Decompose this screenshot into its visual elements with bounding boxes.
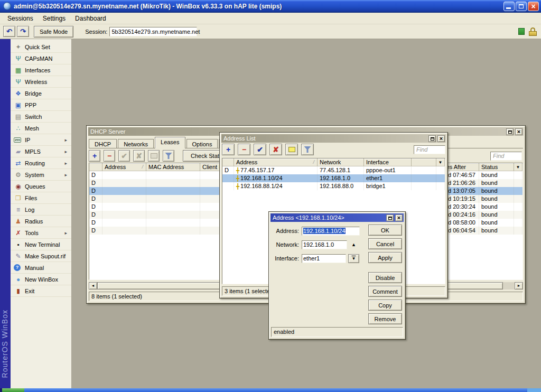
enable-button[interactable]: ✔ bbox=[118, 150, 130, 162]
interface-cell: ether1 bbox=[364, 174, 412, 182]
sidebar-item-label: System bbox=[23, 172, 44, 178]
network-column-header[interactable]: Network bbox=[318, 158, 364, 166]
tab-options[interactable]: Options bbox=[186, 139, 218, 148]
filter-button[interactable] bbox=[163, 150, 174, 162]
scroll-left-button[interactable]: ◄ bbox=[89, 282, 97, 290]
address-column-header[interactable]: Address/ bbox=[102, 163, 146, 171]
ok-button[interactable]: OK bbox=[368, 225, 402, 236]
dialog-maximize-button[interactable] bbox=[386, 214, 394, 221]
network-field-label: Network: bbox=[271, 241, 302, 248]
sidebar-item-system[interactable]: ⚙System▸ bbox=[11, 169, 71, 181]
enable-button[interactable]: ✔ bbox=[254, 144, 266, 155]
tab-dhcp[interactable]: DHCP bbox=[89, 139, 117, 148]
address-dialog-titlebar[interactable]: Address <192.168.1.10/24> × bbox=[270, 213, 404, 222]
submenu-arrow-icon: ▸ bbox=[64, 161, 67, 166]
add-icon: + bbox=[226, 146, 230, 153]
remove-button[interactable]: Remove bbox=[368, 313, 402, 324]
menu-item-dashboard[interactable]: Dashboard bbox=[71, 14, 110, 23]
network-input[interactable]: 192.168.1.0 bbox=[302, 240, 347, 249]
sidebar-item-quick-set[interactable]: ✦Quick Set bbox=[11, 41, 71, 53]
comment-button[interactable] bbox=[285, 144, 298, 155]
tab-leases[interactable]: Leases bbox=[155, 137, 185, 148]
column-menu-button[interactable]: ▼ bbox=[514, 163, 523, 171]
taskbar-start-fragment[interactable] bbox=[2, 388, 24, 392]
table-row[interactable]: ╋192.168.1.10/24192.168.1.0ether1 bbox=[222, 174, 445, 182]
log-icon: ≡ bbox=[14, 206, 23, 213]
dialog-close-button[interactable]: × bbox=[395, 214, 403, 221]
address-list-maximize-button[interactable] bbox=[428, 135, 436, 142]
sidebar-item-routing[interactable]: ⇄Routing▸ bbox=[11, 157, 71, 169]
session-input[interactable]: 5b320514e279.sn.mynetname.net bbox=[109, 27, 197, 36]
sidebar-item-switch[interactable]: ▤Switch bbox=[11, 111, 71, 123]
remove-button[interactable]: − bbox=[104, 150, 115, 162]
scroll-right-button[interactable]: ► bbox=[515, 282, 523, 290]
address-list-titlebar[interactable]: Address List × bbox=[221, 134, 446, 143]
dhcp-maximize-button[interactable] bbox=[506, 128, 514, 135]
network-cell: 77.45.128.1 bbox=[318, 166, 364, 174]
sidebar-item-ip[interactable]: 255IP▸ bbox=[11, 134, 71, 146]
address-list-close-button[interactable]: × bbox=[437, 135, 445, 142]
taskbar[interactable] bbox=[0, 388, 541, 392]
sidebar-item-bridge[interactable]: ❖Bridge bbox=[11, 88, 71, 99]
close-button[interactable]: × bbox=[528, 2, 539, 11]
disable-button[interactable]: ✘ bbox=[133, 150, 145, 162]
sidebar-item-manual[interactable]: ?Manual bbox=[11, 262, 71, 274]
comment-button[interactable] bbox=[148, 150, 160, 162]
filter-button[interactable] bbox=[301, 144, 314, 155]
system-icon: ⚙ bbox=[14, 171, 23, 179]
address-list-find-input[interactable]: Find bbox=[414, 145, 445, 154]
undo-button[interactable]: ↶ bbox=[3, 26, 15, 37]
column-menu-button[interactable]: ▼ bbox=[436, 158, 445, 166]
sidebar-item-label: Make Supout.rif bbox=[23, 253, 66, 259]
sidebar-item-label: Wireless bbox=[23, 79, 47, 85]
add-button[interactable]: + bbox=[222, 144, 235, 155]
sidebar-item-radius[interactable]: ♟Radius bbox=[11, 216, 71, 227]
sidebar-item-new-terminal[interactable]: ▪New Terminal bbox=[11, 239, 71, 250]
interface-dropdown-button[interactable]: ▼ bbox=[348, 254, 359, 263]
menu-item-sessions[interactable]: Sessions bbox=[3, 14, 38, 23]
flag-column-header[interactable] bbox=[222, 158, 234, 166]
cancel-button[interactable]: Cancel bbox=[368, 238, 402, 249]
apply-button[interactable]: Apply bbox=[368, 252, 402, 263]
sidebar-item-ppp[interactable]: ▣PPP bbox=[11, 99, 71, 111]
sidebar-item-new-winbox[interactable]: ●New WinBox bbox=[11, 274, 71, 285]
table-row[interactable]: D╋77.45.157.1777.45.128.1pppoe-out1 bbox=[222, 166, 445, 174]
maximize-icon bbox=[388, 217, 392, 220]
menu-item-settings[interactable]: Settings bbox=[39, 14, 70, 23]
address-input[interactable]: 192.168.1.10/24 bbox=[302, 227, 360, 236]
dhcp-close-button[interactable]: × bbox=[515, 128, 523, 135]
copy-button[interactable]: Copy bbox=[368, 300, 402, 311]
sidebar-item-make-supout[interactable]: ✎Make Supout.rif bbox=[11, 250, 71, 262]
sort-asc-icon: / bbox=[142, 164, 143, 170]
minimize-button[interactable] bbox=[503, 2, 515, 11]
status-column-header[interactable]: Status bbox=[479, 163, 514, 171]
sidebar-item-capsman[interactable]: ΨCAPsMAN bbox=[11, 53, 71, 64]
safe-mode-button[interactable]: Safe Mode bbox=[34, 26, 73, 38]
restore-button[interactable] bbox=[516, 2, 527, 11]
sidebar-item-interfaces[interactable]: ▦Interfaces bbox=[11, 64, 71, 76]
spin-up-icon[interactable]: ▲ bbox=[351, 242, 356, 247]
sidebar-item-log[interactable]: ≡Log bbox=[11, 204, 71, 216]
sidebar-item-exit[interactable]: ▮Exit bbox=[11, 285, 71, 297]
sidebar-item-queues[interactable]: ◉Queues bbox=[11, 181, 71, 192]
remove-button[interactable]: − bbox=[238, 144, 250, 155]
interface-input[interactable]: ether1 bbox=[302, 254, 346, 263]
disable-button[interactable]: Disable bbox=[368, 272, 402, 283]
sidebar-item-tools[interactable]: ✗Tools▸ bbox=[11, 227, 71, 239]
table-row[interactable]: ╋192.168.88.1/24192.168.88.0bridge1 bbox=[222, 182, 445, 190]
sidebar-item-files[interactable]: ❒Files bbox=[11, 192, 71, 204]
tab-networks[interactable]: Networks bbox=[118, 139, 154, 148]
sidebar-item-mesh[interactable]: ∴Mesh bbox=[11, 123, 71, 134]
sidebar-item-wireless[interactable]: ΨWireless bbox=[11, 76, 71, 88]
interface-column-header[interactable]: Interface bbox=[364, 158, 412, 166]
disable-button[interactable]: ✘ bbox=[269, 144, 282, 155]
add-button[interactable]: + bbox=[89, 150, 100, 162]
lease-status: bound bbox=[479, 219, 514, 227]
comment-button[interactable]: Comment bbox=[368, 286, 402, 297]
redo-button[interactable]: ↷ bbox=[17, 26, 29, 37]
dhcp-find-input[interactable]: Find bbox=[490, 152, 522, 161]
sidebar-item-mpls[interactable]: ▰MPLS▸ bbox=[11, 146, 71, 157]
address-column-header[interactable]: Address/ bbox=[234, 158, 318, 166]
flag-column-header[interactable] bbox=[89, 163, 102, 171]
mac-column-header[interactable]: MAC Address bbox=[146, 163, 200, 171]
